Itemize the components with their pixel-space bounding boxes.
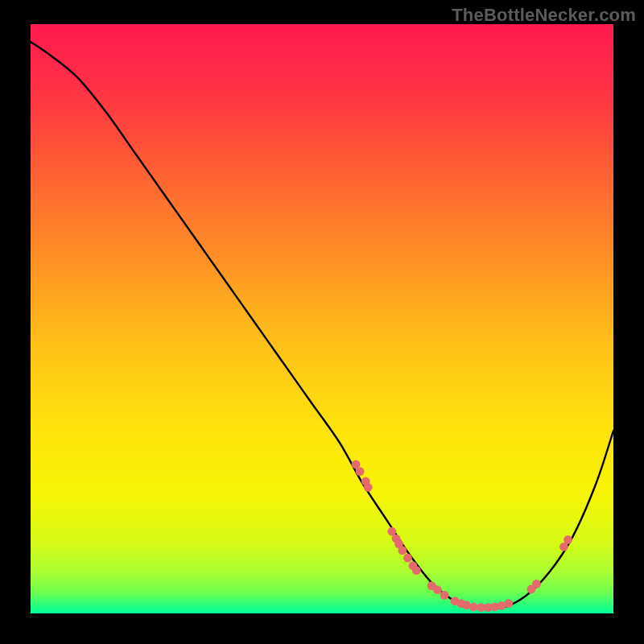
curve-marker bbox=[356, 467, 365, 476]
curve-marker bbox=[504, 599, 513, 608]
watermark-text: TheBottleNecker.com bbox=[452, 5, 636, 26]
curve-marker bbox=[564, 535, 572, 544]
bottleneck-plot bbox=[31, 24, 613, 613]
curve-marker bbox=[433, 585, 442, 594]
curve-marker bbox=[398, 546, 407, 555]
plot-svg bbox=[31, 24, 613, 613]
curve-marker bbox=[440, 591, 449, 600]
gradient-background bbox=[31, 24, 613, 613]
curve-marker bbox=[403, 554, 412, 563]
curve-marker bbox=[532, 580, 541, 588]
curve-marker bbox=[469, 603, 478, 612]
curve-marker bbox=[412, 566, 421, 575]
curve-marker bbox=[364, 483, 373, 492]
